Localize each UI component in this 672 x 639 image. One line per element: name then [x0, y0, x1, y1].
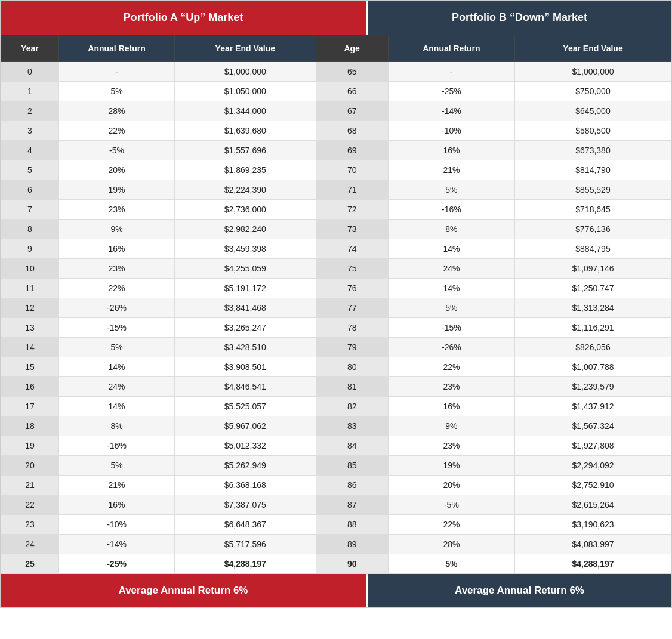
- cell-age: 84: [316, 436, 388, 456]
- cell-year: 2: [1, 101, 59, 121]
- cell-annual-return-b: -26%: [388, 338, 514, 357]
- cell-year-end-value-b: $580,500: [515, 121, 671, 141]
- cell-year-end-value-a: $4,255,059: [175, 259, 316, 279]
- cell-age: 86: [316, 476, 388, 495]
- cell-year: 22: [1, 495, 59, 515]
- table-row: 15%$1,050,00066-25%$750,000: [1, 82, 671, 101]
- cell-annual-return-b: 21%: [388, 160, 514, 180]
- cell-annual-return-b: 28%: [388, 535, 514, 554]
- cell-year-end-value-a: $3,428,510: [175, 338, 316, 357]
- portfolio-headers: Portfolio A “Up” Market Portfolio B “Dow…: [1, 1, 671, 35]
- cell-age: 71: [316, 180, 388, 200]
- table-row: 723%$2,736,00072-16%$718,645: [1, 200, 671, 220]
- table-row: 1023%$4,255,0597524%$1,097,146: [1, 259, 671, 279]
- cell-annual-return-b: 20%: [388, 476, 514, 495]
- cell-annual-return-b: 8%: [388, 220, 514, 239]
- cell-annual-return-b: 22%: [388, 515, 514, 535]
- cell-year: 11: [1, 279, 59, 298]
- table-row: 1514%$3,908,5018022%$1,007,788: [1, 357, 671, 377]
- cell-year-end-value-b: $1,000,000: [515, 62, 671, 82]
- cell-annual-return-a: -: [59, 62, 175, 82]
- cell-year-end-value-b: $1,250,747: [515, 279, 671, 298]
- cell-year-end-value-b: $1,239,579: [515, 377, 671, 397]
- cell-age: 68: [316, 121, 388, 141]
- cell-year-end-value-b: $1,927,808: [515, 436, 671, 456]
- cell-year-end-value-b: $776,136: [515, 220, 671, 239]
- cell-year-end-value-a: $3,908,501: [175, 357, 316, 377]
- cell-year: 19: [1, 436, 59, 456]
- cell-age: 80: [316, 357, 388, 377]
- table-row: 25-25%$4,288,197905%$4,288,197: [1, 554, 671, 574]
- cell-age: 90: [316, 554, 388, 574]
- cell-annual-return-b: -15%: [388, 318, 514, 338]
- cell-age: 81: [316, 377, 388, 397]
- cell-year: 4: [1, 141, 59, 160]
- cell-year-end-value-b: $1,116,291: [515, 318, 671, 338]
- cell-annual-return-a: 16%: [59, 495, 175, 515]
- cell-year: 13: [1, 318, 59, 338]
- cell-annual-return-a: 5%: [59, 338, 175, 357]
- cell-year: 25: [1, 554, 59, 574]
- cell-year: 24: [1, 535, 59, 554]
- cell-year-end-value-b: $814,790: [515, 160, 671, 180]
- cell-year-end-value-b: $1,567,324: [515, 416, 671, 436]
- cell-year-end-value-b: $673,380: [515, 141, 671, 160]
- cell-year-end-value-a: $5,967,062: [175, 416, 316, 436]
- cell-annual-return-a: 23%: [59, 259, 175, 279]
- table-row: 1122%$5,191,1727614%$1,250,747: [1, 279, 671, 298]
- cell-year: 18: [1, 416, 59, 436]
- cell-age: 72: [316, 200, 388, 220]
- col-header-annual-return-b: Annual Return: [388, 35, 514, 62]
- table-row: 24-14%$5,717,5968928%$4,083,997: [1, 535, 671, 554]
- cell-year: 16: [1, 377, 59, 397]
- cell-year: 15: [1, 357, 59, 377]
- cell-year: 17: [1, 397, 59, 416]
- cell-annual-return-a: 14%: [59, 397, 175, 416]
- cell-age: 76: [316, 279, 388, 298]
- cell-year-end-value-a: $7,387,075: [175, 495, 316, 515]
- table-row: 205%$5,262,9498519%$2,294,092: [1, 456, 671, 476]
- cell-annual-return-a: -10%: [59, 515, 175, 535]
- cell-year: 20: [1, 456, 59, 476]
- cell-year-end-value-a: $6,648,367: [175, 515, 316, 535]
- cell-annual-return-b: -25%: [388, 82, 514, 101]
- cell-year-end-value-b: $884,795: [515, 239, 671, 259]
- cell-year-end-value-a: $2,224,390: [175, 180, 316, 200]
- cell-year-end-value-a: $5,012,332: [175, 436, 316, 456]
- table-row: 619%$2,224,390715%$855,529: [1, 180, 671, 200]
- cell-annual-return-b: 9%: [388, 416, 514, 436]
- cell-year: 7: [1, 200, 59, 220]
- cell-year-end-value-b: $645,000: [515, 101, 671, 121]
- cell-annual-return-b: -: [388, 62, 514, 82]
- cell-year-end-value-a: $5,262,949: [175, 456, 316, 476]
- cell-year-end-value-a: $5,525,057: [175, 397, 316, 416]
- cell-age: 73: [316, 220, 388, 239]
- table-row: 2121%$6,368,1688620%$2,752,910: [1, 476, 671, 495]
- cell-annual-return-b: 16%: [388, 141, 514, 160]
- data-table: Year Annual Return Year End Value Age An…: [1, 35, 671, 574]
- cell-year-end-value-b: $2,752,910: [515, 476, 671, 495]
- cell-year-end-value-a: $3,841,468: [175, 298, 316, 318]
- cell-year-end-value-a: $2,736,000: [175, 200, 316, 220]
- table-row: 1714%$5,525,0578216%$1,437,912: [1, 397, 671, 416]
- cell-year: 10: [1, 259, 59, 279]
- col-header-year-end-value-a: Year End Value: [175, 35, 316, 62]
- cell-age: 82: [316, 397, 388, 416]
- cell-age: 83: [316, 416, 388, 436]
- cell-annual-return-b: 19%: [388, 456, 514, 476]
- cell-year: 6: [1, 180, 59, 200]
- cell-year-end-value-b: $855,529: [515, 180, 671, 200]
- cell-year-end-value-b: $718,645: [515, 200, 671, 220]
- footer-b: Average Annual Return 6%: [368, 574, 671, 607]
- cell-annual-return-a: -25%: [59, 554, 175, 574]
- cell-year: 12: [1, 298, 59, 318]
- cell-annual-return-b: 5%: [388, 298, 514, 318]
- cell-year-end-value-a: $4,846,541: [175, 377, 316, 397]
- cell-year: 8: [1, 220, 59, 239]
- cell-annual-return-b: -10%: [388, 121, 514, 141]
- cell-year: 23: [1, 515, 59, 535]
- cell-year: 1: [1, 82, 59, 101]
- cell-year-end-value-a: $4,288,197: [175, 554, 316, 574]
- cell-year-end-value-a: $1,000,000: [175, 62, 316, 82]
- cell-annual-return-a: -14%: [59, 535, 175, 554]
